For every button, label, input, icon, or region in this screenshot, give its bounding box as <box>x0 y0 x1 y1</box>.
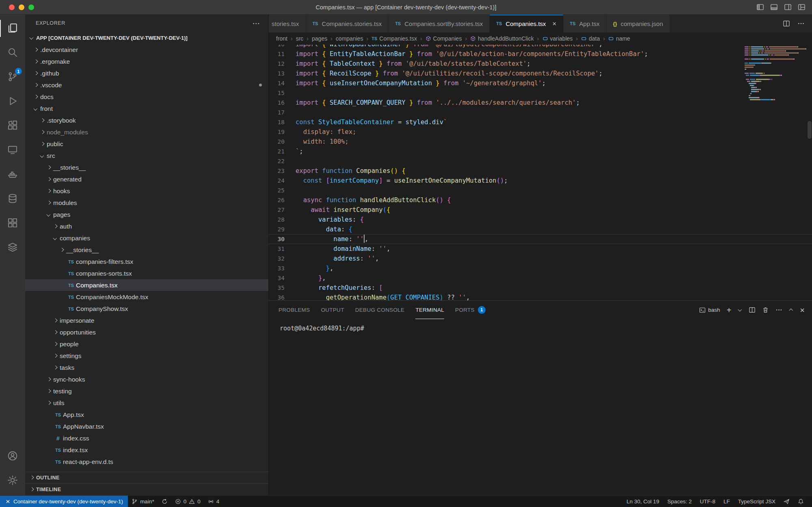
git-branch-indicator[interactable]: main* <box>128 496 158 507</box>
tree-item-auth[interactable]: auth <box>25 220 268 232</box>
toggle-panel-icon[interactable] <box>770 3 778 11</box>
code-line-15[interactable]: 15 <box>269 88 812 98</box>
code-line-32[interactable]: 32 address: '', <box>269 254 812 263</box>
window-close-button[interactable] <box>9 4 15 10</box>
code-line-35[interactable]: 35 refetchQueries: [ <box>269 283 812 293</box>
minimap[interactable] <box>745 45 806 101</box>
window-zoom-button[interactable] <box>28 4 34 10</box>
tree-item-public[interactable]: public <box>25 138 268 150</box>
new-terminal-icon[interactable]: + <box>727 306 732 314</box>
panel-tab-problems[interactable]: PROBLEMS <box>279 301 310 319</box>
code-line-19[interactable]: 19 display: flex; <box>269 127 812 137</box>
tree-item-app-tsx[interactable]: TSApp.tsx <box>25 409 268 421</box>
tree-item-settings[interactable]: settings <box>25 350 268 362</box>
toggle-secondary-sidebar-icon[interactable] <box>784 3 792 11</box>
tree-item-sync-hooks[interactable]: sync-hooks <box>25 373 268 385</box>
panel-tab-ports[interactable]: PORTS1 <box>455 301 486 319</box>
breadcrumb-item-name[interactable]: name <box>608 35 630 42</box>
tab-companies-sortby-stories-tsx[interactable]: TSCompanies.sortBy.stories.tsx <box>389 15 490 32</box>
customize-layout-icon[interactable] <box>798 3 806 11</box>
split-terminal-icon[interactable] <box>749 306 756 313</box>
tree-item-docs[interactable]: docs <box>25 91 268 103</box>
tree-item-index-css[interactable]: #index.css <box>25 432 268 444</box>
tree-item-companiesmockmode-tsx[interactable]: TSCompaniesMockMode.tsx <box>25 291 268 303</box>
tab-companies-json[interactable]: {}companies.json <box>607 15 670 32</box>
breadcrumb-item-companies[interactable]: companies <box>336 35 363 42</box>
kill-terminal-icon[interactable] <box>762 306 769 313</box>
activity-item-search[interactable] <box>0 41 25 65</box>
tree-item-companies-filters-tsx[interactable]: TScompanies-filters.tsx <box>25 256 268 268</box>
scrollbar-thumb[interactable] <box>808 121 812 139</box>
code-line-36[interactable]: 36 getOperationName(GET_COMPANIES) ?? ''… <box>269 293 812 300</box>
activity-item-source-control[interactable]: 1 <box>0 65 25 89</box>
breadcrumb-item-data[interactable]: data <box>581 35 600 42</box>
tab-companies-stories-tsx[interactable]: TSCompanies.stories.tsx <box>306 15 389 32</box>
activity-item-database[interactable] <box>0 187 25 211</box>
tree-item-index-tsx[interactable]: TSindex.tsx <box>25 444 268 456</box>
code-line-17[interactable]: 17 <box>269 108 812 117</box>
code-line-23[interactable]: 23export function Companies() { <box>269 166 812 176</box>
tree-item-people[interactable]: people <box>25 338 268 350</box>
tree-item-ergomake[interactable]: .ergomake <box>25 56 268 67</box>
code-line-28[interactable]: 28 variables: { <box>269 215 812 224</box>
tab-companies-tsx[interactable]: TSCompanies.tsx× <box>490 15 563 32</box>
language-mode-indicator[interactable]: TypeScript JSX <box>734 496 780 507</box>
tree-item-companies-tsx[interactable]: TSCompanies.tsx <box>25 279 268 291</box>
timeline-section-header[interactable]: TIMELINE <box>25 483 268 495</box>
breadcrumb-item-pages[interactable]: pages <box>312 35 327 42</box>
tree-item-testing[interactable]: testing <box>25 385 268 397</box>
activity-item-accounts[interactable] <box>0 444 25 468</box>
tree-item-vscode[interactable]: .vscode <box>25 79 268 91</box>
code-line-22[interactable]: 22 <box>269 156 812 166</box>
code-line-14[interactable]: 14import { useInsertOneCompanyMutation }… <box>269 78 812 88</box>
panel-more-actions-icon[interactable] <box>775 306 782 313</box>
activity-item-settings[interactable] <box>0 468 25 493</box>
code-line-31[interactable]: 31 domainName: '', <box>269 244 812 254</box>
tree-item-generated[interactable]: generated <box>25 173 268 185</box>
eol-indicator[interactable]: LF <box>719 496 734 507</box>
sync-changes-button[interactable] <box>158 496 171 507</box>
close-tab-icon[interactable]: × <box>553 20 557 27</box>
tree-item-companyshow-tsx[interactable]: TSCompanyShow.tsx <box>25 303 268 315</box>
activity-item-remote-explorer[interactable] <box>0 138 25 162</box>
tree-item-front[interactable]: front <box>25 103 268 114</box>
code-line-18[interactable]: 18const StyledTableContainer = styled.di… <box>269 117 812 127</box>
breadcrumb-item-variables[interactable]: variables <box>542 35 573 42</box>
editor[interactable]: 10import { WithTopBarContainer } from '@… <box>269 45 812 300</box>
tree-item-stories[interactable]: __stories__ <box>25 244 268 256</box>
window-minimize-button[interactable] <box>19 4 24 10</box>
panel-tab-debug-console[interactable]: DEBUG CONSOLE <box>355 301 405 319</box>
breadcrumb-item-companies[interactable]: Companies <box>425 35 462 42</box>
indentation-indicator[interactable]: Spaces: 2 <box>663 496 696 507</box>
code-line-20[interactable]: 20 width: 100%; <box>269 137 812 147</box>
maximize-panel-icon[interactable] <box>789 308 793 312</box>
code-line-26[interactable]: 26 async function handleAddButtonClick()… <box>269 195 812 205</box>
breadcrumb-item-handleaddbuttonclick[interactable]: handleAddButtonClick <box>470 35 534 42</box>
notifications-button[interactable] <box>794 496 808 507</box>
code-line-13[interactable]: 13import { RecoilScope } from '@/ui/util… <box>269 69 812 78</box>
outline-section-header[interactable]: OUTLINE <box>25 472 268 483</box>
tree-item-node-modules[interactable]: node_modules <box>25 126 268 138</box>
tree-item-devcontainer[interactable]: .devcontainer <box>25 44 268 56</box>
editor-more-actions-icon[interactable] <box>797 20 805 27</box>
forwarded-ports-indicator[interactable]: 4 <box>204 496 223 507</box>
project-section-header[interactable]: APP [CONTAINER DEV-TWENTY-DEV (DEV-TWENT… <box>25 32 268 44</box>
tree-item-hooks[interactable]: hooks <box>25 185 268 197</box>
panel-tab-terminal[interactable]: TERMINAL <box>415 301 444 319</box>
sidebar-more-actions-icon[interactable]: ⋯ <box>252 19 260 28</box>
toggle-primary-sidebar-icon[interactable] <box>756 3 764 11</box>
terminal-dropdown-icon[interactable] <box>738 308 742 312</box>
code-line-25[interactable]: 25 <box>269 186 812 195</box>
code-line-33[interactable]: 33 }, <box>269 263 812 273</box>
activity-item-run-debug[interactable] <box>0 89 25 114</box>
split-editor-icon[interactable] <box>783 20 790 27</box>
tree-item-appnavbar-tsx[interactable]: TSAppNavbar.tsx <box>25 421 268 432</box>
tree-item-companies-sorts-tsx[interactable]: TScompanies-sorts.tsx <box>25 268 268 279</box>
code-line-27[interactable]: 27 await insertCompany({ <box>269 205 812 215</box>
tree-item-opportunities[interactable]: opportunities <box>25 326 268 338</box>
close-panel-icon[interactable]: × <box>800 306 805 314</box>
tree-item-storybook[interactable]: .storybook <box>25 114 268 126</box>
breadcrumb-item-front[interactable]: front <box>276 35 287 42</box>
terminal-output[interactable]: root@0a42ecd84891:/app# <box>269 319 812 332</box>
panel-tab-output[interactable]: OUTPUT <box>321 301 344 319</box>
